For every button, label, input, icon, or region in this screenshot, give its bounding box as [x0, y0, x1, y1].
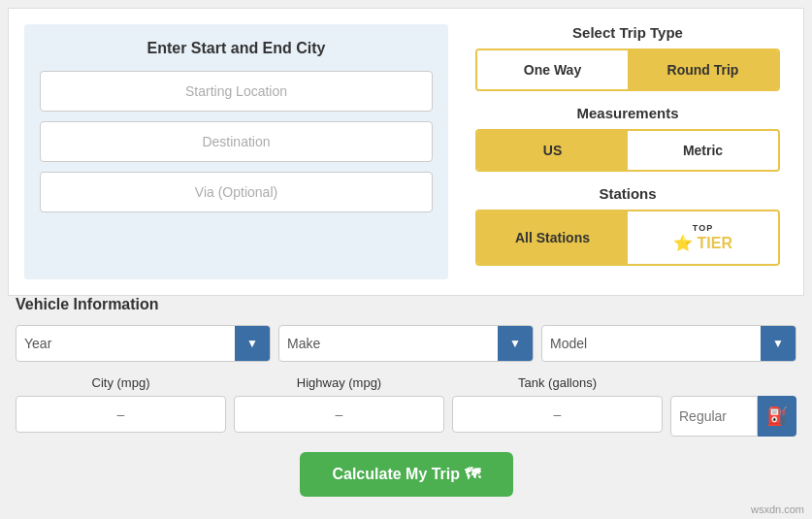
stations-toggle: All Stations TOP ⭐ TIER	[475, 210, 780, 266]
calculate-button[interactable]: Calculate My Trip 🗺	[300, 452, 513, 497]
starting-location-input[interactable]	[40, 71, 433, 112]
tank-gallons-group: Tank (gallons)	[452, 375, 663, 433]
us-button[interactable]: US	[477, 131, 628, 170]
model-select[interactable]: Model	[542, 326, 761, 361]
tank-gallons-input[interactable]	[452, 396, 663, 433]
fuel-icon: ⛽	[758, 396, 796, 437]
vehicle-selects-row: Year ▼ Make ▼ Model ▼	[16, 325, 796, 362]
measurements-toggle: US Metric	[475, 129, 780, 172]
left-panel-title: Enter Start and End City	[40, 40, 433, 57]
fuel-type-group: - ⛽	[670, 375, 796, 437]
make-select[interactable]: Make	[279, 326, 498, 361]
via-optional-input[interactable]	[40, 172, 433, 212]
watermark: wsxdn.com	[751, 503, 804, 515]
model-dropdown-arrow: ▼	[761, 326, 796, 361]
highway-mpg-label: Highway (mpg)	[297, 375, 381, 390]
metric-button[interactable]: Metric	[628, 131, 778, 170]
make-dropdown-arrow: ▼	[498, 326, 533, 361]
trip-type-toggle: One Way Round Trip	[475, 49, 780, 91]
vehicle-section: Vehicle Information Year ▼ Make ▼ Model …	[8, 296, 804, 497]
destination-input[interactable]	[40, 121, 433, 162]
left-panel: Enter Start and End City	[24, 24, 448, 279]
measurements-label: Measurements	[475, 105, 780, 121]
vehicle-title: Vehicle Information	[16, 296, 796, 313]
top-tier-text: TOP	[693, 223, 713, 234]
fuel-input-wrapper: ⛽	[670, 396, 796, 437]
fuel-type-input[interactable]	[670, 396, 758, 437]
round-trip-button[interactable]: Round Trip	[628, 50, 778, 89]
year-select-wrapper: Year ▼	[16, 325, 271, 362]
trip-type-label: Select Trip Type	[475, 24, 780, 41]
all-stations-button[interactable]: All Stations	[477, 211, 628, 264]
top-tier-icon: TOP ⭐ TIER	[628, 223, 778, 252]
city-mpg-label: City (mpg)	[92, 375, 150, 390]
mpg-row: City (mpg) Highway (mpg) Tank (gallons) …	[16, 375, 796, 437]
top-tier-button[interactable]: TOP ⭐ TIER	[628, 211, 778, 264]
stations-label: Stations	[475, 185, 780, 202]
tank-gallons-label: Tank (gallons)	[518, 375, 597, 390]
city-mpg-group: City (mpg)	[16, 375, 226, 433]
right-panel: Select Trip Type One Way Round Trip Meas…	[468, 24, 788, 279]
year-dropdown-arrow: ▼	[235, 326, 270, 361]
one-way-button[interactable]: One Way	[477, 50, 628, 89]
year-select[interactable]: Year	[16, 326, 235, 361]
highway-mpg-input[interactable]	[234, 396, 444, 433]
tier-logo: ⭐ TIER	[673, 234, 732, 252]
city-mpg-input[interactable]	[16, 396, 226, 433]
model-select-wrapper: Model ▼	[541, 325, 796, 362]
calculate-button-container: Calculate My Trip 🗺	[16, 452, 796, 497]
make-select-wrapper: Make ▼	[278, 325, 534, 362]
highway-mpg-group: Highway (mpg)	[234, 375, 444, 433]
